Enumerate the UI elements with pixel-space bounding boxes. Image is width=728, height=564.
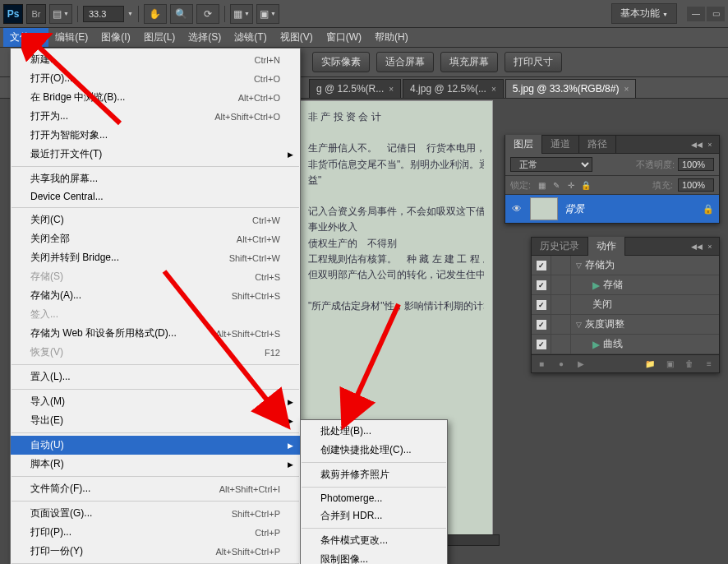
layer-thumbnail[interactable]	[530, 197, 558, 220]
toggle-column[interactable]: ✓	[532, 315, 551, 334]
menu-window[interactable]: 窗口(W)	[320, 28, 368, 47]
stop-icon[interactable]: ■	[535, 358, 548, 371]
expand-icon[interactable]: ▽	[576, 321, 582, 329]
menu-item-close[interactable]: 关闭(C)Ctrl+W	[11, 210, 300, 229]
print-size-button[interactable]: 打印尺寸	[505, 52, 562, 72]
workspace-switcher[interactable]: 基本功能 ▼	[611, 3, 677, 24]
menu-item-recent[interactable]: 最近打开文件(T)▶	[11, 145, 300, 164]
zoom-input[interactable]	[83, 6, 124, 22]
actual-pixels-button[interactable]: 实际像素	[312, 52, 370, 72]
dialog-column[interactable]	[551, 315, 571, 334]
toggle-column[interactable]: ✓	[532, 275, 551, 294]
zoom-tool-icon[interactable]: 🔍	[170, 4, 193, 24]
dialog-column[interactable]	[551, 256, 571, 275]
tab-channels[interactable]: 通道	[542, 135, 579, 154]
action-row[interactable]: ✓关闭	[532, 295, 719, 315]
menu-item-print1[interactable]: 打印一份(Y)Alt+Shift+Ctrl+P	[11, 542, 300, 561]
hand-tool-icon[interactable]: ✋	[144, 4, 167, 24]
tab-history[interactable]: 历史记录	[532, 237, 588, 256]
menu-item-open[interactable]: 打开(O)...Ctrl+O	[11, 69, 300, 88]
opacity-input[interactable]	[678, 158, 714, 171]
record-icon[interactable]: ●	[555, 358, 568, 371]
dialog-column[interactable]	[551, 275, 571, 294]
lock-transparent-icon[interactable]: ▦	[536, 179, 547, 191]
menu-item-script[interactable]: 脚本(R)▶	[11, 455, 300, 474]
menu-item-share[interactable]: 共享我的屏幕...	[11, 169, 300, 188]
menu-item-saveweb[interactable]: 存储为 Web 和设备所用格式(D)...Alt+Shift+Ctrl+S	[11, 324, 300, 343]
menu-item-fit[interactable]: 限制图像...	[301, 550, 447, 564]
close-icon[interactable]: ×	[491, 85, 496, 94]
arrange-docs-icon[interactable]: ▦▼	[230, 4, 253, 24]
menu-item-place[interactable]: 置入(L)...	[11, 368, 300, 386]
document-tab[interactable]: g @ 12.5%(R...×	[309, 79, 401, 98]
menu-item-crop[interactable]: 裁剪并修齐照片	[301, 465, 447, 484]
action-row[interactable]: ✓▽存储为	[532, 256, 719, 275]
menu-edit[interactable]: 编辑(E)	[48, 28, 94, 47]
menu-item-info[interactable]: 文件简介(F)...Alt+Shift+Ctrl+I	[11, 479, 300, 498]
rotate-view-icon[interactable]: ⟳	[196, 4, 219, 24]
collapse-icon[interactable]: ◀◀	[691, 140, 703, 150]
bridge-logo-icon[interactable]: Br	[26, 4, 46, 24]
delete-icon[interactable]: 🗑	[683, 358, 696, 371]
toggle-column[interactable]: ✓	[532, 295, 551, 314]
expand-icon[interactable]: ▽	[576, 261, 582, 270]
launch-menu-icon[interactable]: ▤▼	[49, 4, 72, 24]
menu-item-pm[interactable]: Photomerge...	[301, 490, 447, 506]
lock-all-icon[interactable]: 🔒	[580, 179, 592, 191]
dropdown-icon[interactable]: ▼	[127, 11, 133, 16]
lock-position-icon[interactable]: ✛	[565, 179, 577, 191]
menu-item-hdr[interactable]: 合并到 HDR...	[301, 506, 447, 525]
new-action-icon[interactable]: ▣	[663, 358, 676, 371]
panel-menu-icon[interactable]: ≡	[703, 358, 716, 371]
menu-item-smart[interactable]: 打开为智能对象...	[11, 126, 300, 145]
toggle-column[interactable]: ✓	[532, 256, 551, 275]
menu-layer[interactable]: 图层(L)	[137, 28, 182, 47]
dialog-column[interactable]	[551, 335, 571, 354]
maximize-icon[interactable]: ▭	[707, 7, 725, 21]
menu-image[interactable]: 图像(I)	[94, 28, 136, 47]
action-row[interactable]: ✓▶存储	[532, 275, 719, 295]
close-icon[interactable]: ×	[389, 85, 394, 94]
close-icon[interactable]: ×	[704, 242, 716, 252]
menu-item-import[interactable]: 导入(M)▶	[11, 392, 300, 411]
visibility-icon[interactable]: 👁	[510, 202, 523, 215]
document-tab[interactable]: 4.jpg @ 12.5%(...×	[403, 79, 504, 98]
close-icon[interactable]: ×	[704, 140, 716, 150]
menu-item-device[interactable]: Device Central...	[11, 188, 300, 205]
new-set-icon[interactable]: 📁	[643, 358, 657, 371]
fit-screen-button[interactable]: 适合屏幕	[376, 52, 434, 72]
lock-pixels-icon[interactable]: ✎	[551, 179, 562, 191]
menu-item-export[interactable]: 导出(E)▶	[11, 411, 300, 430]
minimize-icon[interactable]: —	[687, 7, 705, 21]
menu-select[interactable]: 选择(S)	[182, 28, 228, 47]
dialog-column[interactable]	[551, 295, 571, 314]
menu-item-bridge[interactable]: 在 Bridge 中浏览(B)...Alt+Ctrl+O	[11, 88, 300, 107]
menu-item-saveas[interactable]: 存储为(A)...Shift+Ctrl+S	[11, 286, 300, 305]
menu-item-print[interactable]: 打印(P)...Ctrl+P	[11, 523, 300, 542]
layer-row[interactable]: 👁 背景 🔒	[505, 195, 719, 223]
menu-item-cond[interactable]: 条件模式更改...	[301, 531, 447, 550]
menu-item-closeall[interactable]: 关闭全部Alt+Ctrl+W	[11, 229, 300, 248]
document-tab[interactable]: 5.jpg @ 33.3%(RGB/8#)×	[505, 79, 636, 98]
menu-item-auto[interactable]: 自动(U)▶	[11, 436, 300, 455]
menu-help[interactable]: 帮助(H)	[368, 28, 415, 47]
menu-item-batch[interactable]: 批处理(B)...	[301, 422, 447, 441]
tab-paths[interactable]: 路径	[579, 135, 616, 154]
fill-screen-button[interactable]: 填充屏幕	[440, 52, 498, 72]
blend-mode-select[interactable]: 正常	[510, 157, 592, 172]
screen-mode-icon[interactable]: ▣▼	[256, 4, 279, 24]
menu-item-openas[interactable]: 打开为...Alt+Shift+Ctrl+O	[11, 107, 300, 126]
menu-item-closebr[interactable]: 关闭并转到 Bridge...Shift+Ctrl+W	[11, 248, 300, 267]
action-row[interactable]: ✓▽灰度调整	[532, 315, 719, 335]
tab-actions[interactable]: 动作	[588, 237, 625, 256]
menu-file[interactable]: 文件(F)	[3, 28, 48, 47]
play-icon[interactable]: ▶	[574, 358, 587, 371]
menu-item-page[interactable]: 页面设置(G)...Shift+Ctrl+P	[11, 504, 300, 523]
menu-view[interactable]: 视图(V)	[274, 28, 320, 47]
tab-layers[interactable]: 图层	[505, 135, 542, 154]
fill-input[interactable]	[678, 178, 714, 192]
toggle-column[interactable]: ✓	[532, 335, 551, 354]
menu-item-new[interactable]: 新建...Ctrl+N	[11, 50, 300, 69]
action-row[interactable]: ✓▶曲线	[532, 335, 719, 354]
menu-filter[interactable]: 滤镜(T)	[228, 28, 273, 47]
